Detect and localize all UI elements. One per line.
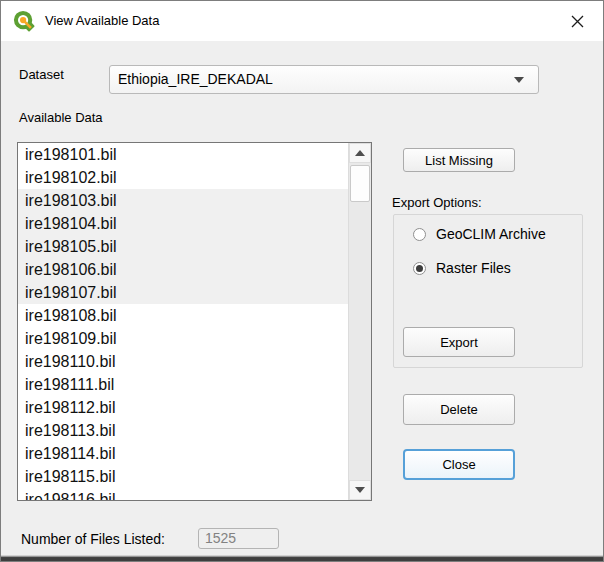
available-data-label: Available Data [19,110,103,125]
export-options-label: Export Options: [392,195,482,210]
list-item[interactable]: ire198115.bil [18,465,348,488]
radio-button-icon[interactable] [413,262,426,275]
scrollbar-thumb[interactable] [350,165,370,202]
dataset-dropdown[interactable]: Ethiopia_IRE_DEKADAL [109,65,539,94]
scroll-up-button[interactable] [349,143,371,163]
title-bar: View Available Data [1,1,603,41]
list-item[interactable]: ire198112.bil [18,396,348,419]
arrow-up-icon [355,150,365,156]
file-count-field: 1525 [198,528,279,549]
list-item[interactable]: ire198116.bil [18,488,348,500]
radio-option-label: Raster Files [436,260,511,276]
list-missing-button[interactable]: List Missing [403,148,515,172]
list-item[interactable]: ire198104.bil [18,212,348,235]
view-available-data-dialog: View Available Data Dataset Ethiopia_IRE… [0,0,604,562]
radio-option-raster-files[interactable]: Raster Files [413,261,511,275]
list-item[interactable]: ire198103.bil [18,189,348,212]
window-title: View Available Data [45,1,159,41]
file-count-label: Number of Files Listed: [21,531,165,547]
list-item[interactable]: ire198109.bil [18,327,348,350]
file-rows-container: ire198101.bilire198102.bilire198103.bili… [18,143,348,500]
radio-option-label: GeoCLIM Archive [436,226,546,242]
dataset-label: Dataset [19,67,64,82]
qgis-logo-icon [13,10,35,32]
list-item[interactable]: ire198105.bil [18,235,348,258]
list-item[interactable]: ire198101.bil [18,143,348,166]
list-scrollbar[interactable] [348,143,371,500]
list-item[interactable]: ire198114.bil [18,442,348,465]
list-item[interactable]: ire198106.bil [18,258,348,281]
list-item[interactable]: ire198111.bil [18,373,348,396]
list-item[interactable]: ire198113.bil [18,419,348,442]
scroll-down-button[interactable] [349,480,371,500]
close-button[interactable]: Close [403,449,515,480]
window-bottom-edge [1,555,603,562]
arrow-down-icon [355,487,365,493]
delete-button[interactable]: Delete [403,394,515,425]
chevron-down-icon [514,77,524,83]
dataset-selected-value: Ethiopia_IRE_DEKADAL [118,66,273,93]
list-item[interactable]: ire198108.bil [18,304,348,327]
export-button[interactable]: Export [403,327,515,357]
window-close-button[interactable] [559,7,595,35]
available-files-list[interactable]: ire198101.bilire198102.bilire198103.bili… [17,142,372,501]
radio-button-icon[interactable] [413,228,426,241]
list-item[interactable]: ire198110.bil [18,350,348,373]
list-item[interactable]: ire198107.bil [18,281,348,304]
list-item[interactable]: ire198102.bil [18,166,348,189]
radio-option-geoclim-archive[interactable]: GeoCLIM Archive [413,227,546,241]
